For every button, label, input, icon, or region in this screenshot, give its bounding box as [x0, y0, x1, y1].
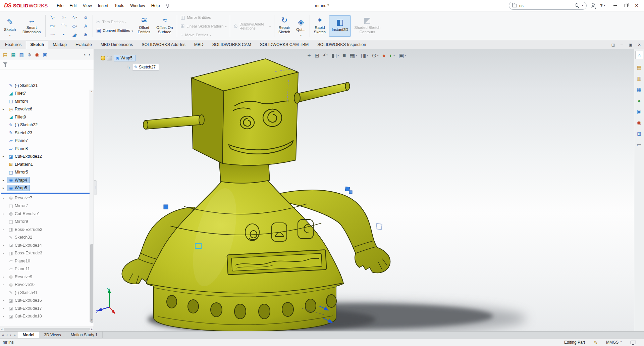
feature-wrap5[interactable]: Wrap5	[0, 184, 94, 192]
sketch-pattern-tool[interactable]: ✱	[80, 31, 91, 39]
expand-arrow-icon[interactable]	[3, 186, 7, 190]
feature-lpattern1[interactable]: LPattern1	[0, 160, 94, 168]
expand-arrow-icon[interactable]	[3, 155, 7, 158]
search-scope-folder-icon[interactable]	[512, 4, 517, 7]
offset-entities-button[interactable]: ≋ Offset Entities	[135, 13, 153, 39]
file-explorer-tab[interactable]: ▥	[635, 75, 643, 83]
quick-snaps-caret-icon[interactable]	[300, 33, 302, 36]
first-tab-button[interactable]: «	[2, 333, 4, 337]
view-palette-tab[interactable]: ▦	[635, 86, 643, 94]
breadcrumb-sketch-chip[interactable]: ✎ Sketch27	[132, 64, 159, 70]
expand-arrow-icon[interactable]	[3, 283, 7, 286]
menu-item[interactable]: File	[54, 2, 66, 9]
forum-tab[interactable]: ◉	[635, 119, 643, 127]
feature-cut-extrude14[interactable]: Cut-Extrude14	[0, 241, 94, 249]
feature-plane8[interactable]: Plane8	[0, 145, 94, 153]
feature-cut-extrude16[interactable]: Cut-Extrude16	[0, 297, 94, 305]
expand-arrow-icon[interactable]	[3, 179, 7, 182]
menu-item[interactable]: Window	[127, 2, 148, 9]
expand-arrow-icon[interactable]	[3, 314, 7, 318]
expand-arrow-icon[interactable]	[3, 251, 7, 255]
rapid-sketch-button[interactable]: ✦ Rapid Sketch	[311, 13, 328, 39]
feature-cut-extrude12[interactable]: Cut-Extrude12	[0, 153, 94, 161]
tab-cam[interactable]: SOLIDWORKS CAM	[208, 41, 256, 49]
scrollbar-thumb[interactable]	[90, 244, 93, 323]
part-icon[interactable]	[107, 56, 112, 60]
home-tab[interactable]: ⌂	[635, 51, 643, 59]
minimize-button[interactable]	[610, 0, 621, 11]
dock-pane-icon[interactable]: ◫	[610, 43, 616, 47]
expand-arrow-icon[interactable]	[3, 228, 7, 231]
centerline-tool[interactable]: ┄	[47, 31, 58, 39]
minimize-doc-icon[interactable]: ─	[619, 43, 625, 47]
displaymanager-tab[interactable]: ◉	[35, 52, 39, 57]
feature-cut-extrude17[interactable]: Cut-Extrude17	[0, 304, 94, 312]
tab-cam-tbm[interactable]: SOLIDWORKS CAM TBM	[256, 41, 313, 49]
menu-item[interactable]: Help	[148, 2, 163, 9]
feature-sketch23[interactable]: Sketch23	[0, 129, 94, 137]
search-options-caret-icon[interactable]: ▾	[582, 4, 583, 7]
tab-mbd[interactable]: MBD	[190, 41, 208, 49]
motion-study-tab[interactable]: Motion Study 1	[66, 332, 103, 338]
menu-item[interactable]: Tools	[111, 2, 127, 9]
dimxpertmanager-tab[interactable]: ⊕	[28, 52, 32, 57]
previous-view-button[interactable]: ↶	[322, 51, 328, 60]
tab-inspection[interactable]: SOLIDWORKS Inspection	[313, 41, 370, 49]
filter-funnel-icon[interactable]	[3, 62, 7, 67]
feature-sketch32[interactable]: Sketch32	[0, 234, 94, 242]
scrollbar-thumb[interactable]	[4, 328, 90, 331]
tree-horizontal-scrollbar[interactable]: ◂ ▸	[0, 327, 94, 331]
panel-splitter-handle[interactable]: ⋮	[94, 180, 97, 195]
expand-arrow-icon[interactable]	[3, 107, 7, 111]
feature-sketch22[interactable]: (-) Sketch22	[0, 121, 94, 129]
menu-pin-icon[interactable]	[165, 3, 170, 8]
feature-revolve7[interactable]: Revolve7	[0, 194, 94, 202]
scroll-left-icon[interactable]: ◂	[1, 328, 2, 331]
expand-arrow-icon[interactable]	[3, 299, 7, 302]
restore-doc-icon[interactable]: ▣	[628, 43, 633, 47]
prev-tab-button[interactable]: ‹	[6, 333, 8, 337]
annotation-views-button[interactable]: ≡	[342, 52, 346, 60]
scroll-down-icon[interactable]: ▼	[90, 319, 94, 321]
tab-features[interactable]: Features	[1, 41, 26, 49]
circle-tool[interactable]: ○	[58, 13, 69, 22]
hide-show-items-button[interactable]: ⊙	[371, 51, 379, 60]
convert-caret-icon[interactable]	[132, 28, 133, 33]
section-view-button[interactable]: ◧	[331, 51, 339, 60]
convert-entities-button[interactable]: ▣ Convert Entities	[94, 27, 135, 34]
close-button[interactable]: ✕	[631, 0, 642, 11]
sketch-fillet-tool[interactable]: ◢	[69, 31, 80, 39]
feature-mirror9[interactable]: Mirror9	[0, 218, 94, 226]
tab-evaluate[interactable]: Evaluate	[71, 41, 96, 49]
feature-boss-extrude3[interactable]: Boss-Extrude3	[0, 249, 94, 257]
sketch-button[interactable]: ✎ Sketch	[1, 15, 18, 37]
propertymanager-tab[interactable]: ▦	[11, 52, 15, 57]
expand-arrow-icon[interactable]	[3, 307, 7, 310]
arc-tool[interactable]: ⌒	[58, 22, 69, 31]
expand-arrow-icon[interactable]	[3, 196, 7, 200]
feature-mirror4[interactable]: Mirror4	[0, 97, 94, 105]
custom-properties-tab[interactable]: ▣	[635, 108, 643, 116]
menu-item[interactable]: Insert	[95, 2, 111, 9]
tree-tabs-scroll-left-icon[interactable]: ◂	[84, 53, 85, 56]
tab-addins[interactable]: SOLIDWORKS Add-Ins	[137, 41, 190, 49]
graphics-viewport[interactable]: ◉ Wrap5 ↳ ✎ Sketch27 ⌖⊞↶◧≡▦◨⊙●◐▣	[0, 49, 644, 331]
repair-sketch-button[interactable]: ↻ Repair Sketch	[276, 13, 293, 39]
tab-markup[interactable]: Markup	[48, 41, 71, 49]
zoom-fit-button[interactable]: ⌖	[307, 52, 312, 60]
feature-wrap4[interactable]: Wrap4	[0, 176, 94, 184]
scroll-up-icon[interactable]: ▲	[90, 90, 94, 93]
last-tab-button[interactable]: »	[13, 333, 15, 337]
help-menu[interactable]: ? ▾	[600, 3, 605, 8]
tab-mbd-dimensions[interactable]: MBD Dimensions	[96, 41, 138, 49]
feature-mirror5[interactable]: Mirror5	[0, 168, 94, 177]
search-icon[interactable]	[575, 3, 580, 8]
appearance-ball-icon[interactable]	[101, 56, 105, 60]
edit-sketch-icon[interactable]: ✎	[594, 340, 597, 345]
next-tab-button[interactable]: ›	[10, 333, 11, 337]
feature-revolve10[interactable]: Revolve10	[0, 281, 94, 289]
view-orientation-button[interactable]: ▦	[349, 51, 358, 60]
zoom-area-button[interactable]: ⊞	[314, 51, 320, 60]
feature-mirror7[interactable]: Mirror7	[0, 202, 94, 210]
search-box[interactable]: ns ▾	[509, 2, 587, 10]
